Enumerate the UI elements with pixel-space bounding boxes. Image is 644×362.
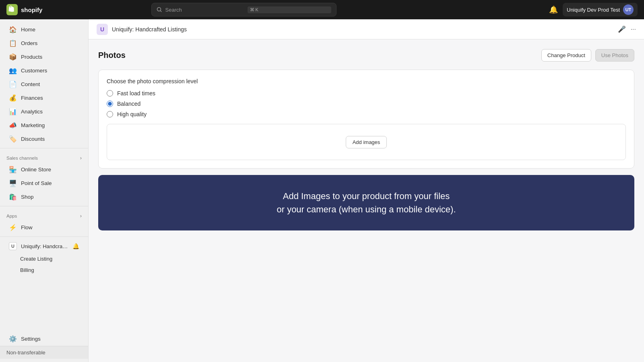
analytics-icon: 📊	[9, 108, 17, 115]
page-content: Photos Change Product Use Photos Choose …	[89, 39, 644, 362]
radio-balanced[interactable]: Balanced	[107, 101, 626, 107]
radio-high-label: High quality	[117, 111, 147, 117]
logo-text: shopify	[21, 6, 42, 13]
online-store-icon: 🏪	[9, 166, 17, 173]
sidebar-label-products: Products	[21, 54, 42, 60]
sidebar-item-orders[interactable]: 📋 Orders	[2, 37, 86, 50]
main-layout: 🏠 Home 📋 Orders 📦 Products 👥 Customers 📄…	[0, 19, 644, 362]
sidebar-item-point-of-sale[interactable]: 🖥️ Point of Sale	[2, 177, 86, 190]
sidebar-item-online-store[interactable]: 🏪 Online Store	[2, 163, 86, 176]
radio-high[interactable]: High quality	[107, 111, 626, 117]
page-title-actions: Change Product Use Photos	[541, 49, 634, 62]
app-header-title: Uniquify: Handcrafted Listings	[112, 26, 187, 33]
sales-channels-section: Sales channels ›	[0, 151, 88, 162]
sidebar-sub-create-listing[interactable]: Create Listing	[2, 253, 86, 264]
sidebar-label-pos: Point of Sale	[21, 180, 52, 186]
sidebar-label-uniquify: Uniquify: Handcrafte...	[21, 243, 68, 249]
page-title-row: Photos Change Product Use Photos	[98, 49, 634, 62]
microphone-icon[interactable]: 🎤	[618, 25, 626, 33]
sidebar-item-content[interactable]: 📄 Content	[2, 78, 86, 91]
sidebar-label-orders: Orders	[21, 40, 37, 46]
topbar: shopify Search ⌘ K 🔔 Uniquify Dev Prod T…	[0, 0, 644, 19]
sidebar-item-discounts[interactable]: 🏷️ Discounts	[2, 132, 86, 146]
uniquify-bell-icon: 🔔	[72, 243, 79, 249]
sidebar-label-analytics: Analytics	[21, 109, 43, 115]
search-placeholder: Search	[165, 7, 244, 13]
sidebar-item-settings[interactable]: ⚙️ Settings	[2, 332, 86, 346]
sidebar-item-home[interactable]: 🏠 Home	[2, 23, 86, 36]
banner-line2: or your camera (when using a mobile devi…	[277, 204, 456, 214]
radio-fast-label: Fast load times	[117, 90, 155, 97]
page-title: Photos	[98, 51, 126, 60]
sidebar-label-shop: Shop	[21, 194, 34, 200]
sidebar-bottom: ⚙️ Settings Non-transferable	[0, 332, 88, 362]
sidebar-divider-2	[0, 206, 88, 206]
orders-icon: 📋	[9, 39, 17, 47]
uniquify-app-icon: U	[9, 242, 17, 250]
sidebar-item-finances[interactable]: 💰 Finances	[2, 91, 86, 105]
content-icon: 📄	[9, 80, 17, 88]
non-transferable-item: Non-transferable	[0, 346, 88, 359]
sidebar-item-analytics[interactable]: 📊 Analytics	[2, 105, 86, 118]
sidebar-label-content: Content	[21, 81, 40, 87]
sidebar-item-marketing[interactable]: 📣 Marketing	[2, 119, 86, 132]
radio-fast[interactable]: Fast load times	[107, 90, 626, 97]
sidebar-item-flow[interactable]: ⚡ Flow	[2, 221, 86, 234]
finances-icon: 💰	[9, 94, 17, 102]
sidebar-divider-1	[0, 148, 88, 148]
avatar: UT	[623, 4, 634, 15]
sidebar-label-flow: Flow	[21, 224, 33, 230]
sidebar-nav: 🏠 Home 📋 Orders 📦 Products 👥 Customers 📄…	[0, 19, 88, 279]
banner-text: Add Images to your product from your fil…	[108, 189, 625, 216]
sidebar-label-settings: Settings	[21, 336, 41, 342]
use-photos-button[interactable]: Use Photos	[595, 49, 634, 62]
sidebar-item-uniquify[interactable]: U Uniquify: Handcrafte... 🔔	[2, 239, 86, 253]
store-selector[interactable]: Uniquify Dev Prod Test UT	[563, 3, 638, 16]
apps-chevron[interactable]: ›	[80, 213, 82, 219]
app-header-icon: U	[97, 24, 108, 35]
customers-icon: 👥	[9, 67, 17, 74]
sidebar-label-customers: Customers	[21, 68, 47, 74]
radio-balanced-input[interactable]	[107, 101, 113, 107]
sidebar-sub-billing[interactable]: Billing	[2, 265, 86, 276]
store-name: Uniquify Dev Prod Test	[567, 7, 620, 13]
upload-area[interactable]: Add images	[107, 124, 626, 160]
discounts-icon: 🏷️	[9, 135, 17, 143]
search-shortcut: ⌘ K	[248, 6, 331, 13]
shopify-logo[interactable]: shopify	[6, 4, 42, 15]
sidebar-label-finances: Finances	[21, 95, 43, 101]
home-icon: 🏠	[9, 26, 17, 33]
banner-line1: Add Images to your product from your fil…	[283, 191, 450, 201]
sidebar-item-products[interactable]: 📦 Products	[2, 50, 86, 64]
shop-icon: 🛍️	[9, 193, 17, 201]
compression-card: Choose the photo compression level Fast …	[98, 70, 634, 169]
radio-high-input[interactable]	[107, 111, 113, 117]
sidebar-item-shop[interactable]: 🛍️ Shop	[2, 190, 86, 204]
sales-channels-chevron[interactable]: ›	[80, 155, 82, 161]
sidebar-label-home: Home	[21, 27, 35, 33]
change-product-button[interactable]: Change Product	[541, 49, 591, 62]
flow-icon: ⚡	[9, 224, 17, 231]
radio-fast-input[interactable]	[107, 90, 113, 97]
settings-icon: ⚙️	[9, 335, 17, 343]
non-transferable-label: Non-transferable	[6, 350, 45, 356]
radio-balanced-label: Balanced	[117, 101, 140, 107]
content-area: U Uniquify: Handcrafted Listings 🎤 ··· P…	[89, 19, 644, 362]
marketing-icon: 📣	[9, 121, 17, 129]
sidebar-label-marketing: Marketing	[21, 122, 45, 128]
search-bar[interactable]: Search ⌘ K	[151, 3, 336, 16]
pos-icon: 🖥️	[9, 179, 17, 187]
sidebar-label-online-store: Online Store	[21, 167, 51, 173]
notifications-icon[interactable]: 🔔	[549, 5, 558, 14]
app-header-right: 🎤 ···	[618, 25, 636, 33]
products-icon: 📦	[9, 53, 17, 61]
sidebar-label-discounts: Discounts	[21, 136, 45, 142]
billing-label: Billing	[20, 267, 34, 273]
search-icon	[157, 7, 162, 12]
create-listing-label: Create Listing	[20, 256, 52, 262]
sidebar-item-customers[interactable]: 👥 Customers	[2, 64, 86, 77]
add-images-button[interactable]: Add images	[346, 136, 387, 148]
more-options-icon[interactable]: ···	[631, 26, 636, 33]
compression-label: Choose the photo compression level	[107, 78, 626, 84]
sidebar: 🏠 Home 📋 Orders 📦 Products 👥 Customers 📄…	[0, 19, 89, 362]
